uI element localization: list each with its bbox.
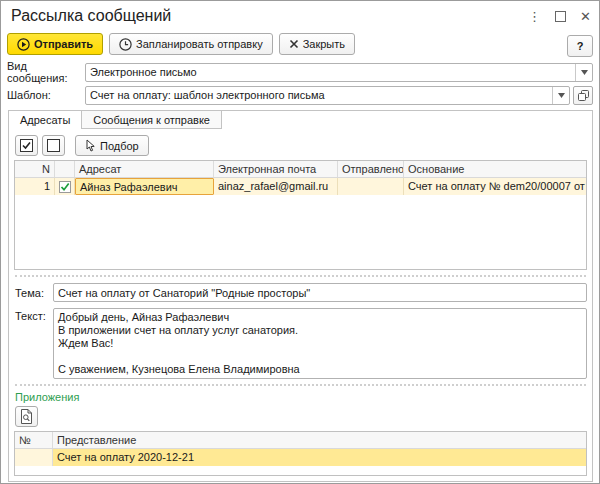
help-button[interactable]: ?	[567, 35, 593, 57]
schedule-send-button[interactable]: Запланировать отправку	[109, 33, 273, 55]
column-header-presentation[interactable]: Представление	[53, 432, 586, 448]
recipients-toolbar: Подбор	[15, 135, 587, 156]
splitter[interactable]	[15, 384, 586, 386]
open-window-icon	[578, 90, 589, 101]
subject-row: Тема:	[15, 283, 587, 302]
body-textarea[interactable]: Добрый день, Айназ Рафаэлевич В приложен…	[53, 308, 587, 379]
play-circle-icon	[17, 38, 30, 51]
close-window-icon[interactable]: ✕	[580, 10, 591, 23]
message-kind-label: Вид сообщения:	[7, 60, 85, 84]
recipient-row-number: 1	[15, 178, 55, 195]
check-all-button[interactable]	[15, 135, 38, 156]
recipient-checkbox[interactable]	[55, 178, 75, 195]
recipient-row[interactable]: 1 Айназ Рафаэлевич ainaz_rafael@gmail.ru…	[15, 178, 586, 195]
command-bar: Отправить Запланировать отправку Закрыть…	[1, 31, 599, 59]
attachment-name-cell[interactable]: Счет на оплату 2020-12-21	[53, 449, 586, 466]
clock-icon	[119, 38, 132, 51]
splitter[interactable]	[15, 275, 586, 277]
checkbox-checked-icon	[20, 139, 33, 152]
pick-recipients-button[interactable]: Подбор	[75, 135, 149, 156]
template-row: Шаблон:	[1, 85, 599, 105]
body-label: Текст:	[15, 308, 53, 322]
send-button[interactable]: Отправить	[7, 33, 103, 55]
window-title: Рассылка сообщений	[11, 7, 528, 25]
message-kind-combobox[interactable]	[85, 63, 593, 82]
green-check-icon	[59, 181, 71, 193]
maximize-icon[interactable]	[555, 11, 566, 22]
tab-recipients[interactable]: Адресаты	[9, 110, 82, 129]
attachments-table-header: № Представление	[15, 432, 586, 449]
column-header-number[interactable]: №	[15, 432, 53, 448]
open-template-button[interactable]	[573, 86, 593, 105]
title-bar: Рассылка сообщений ⋮ ✕	[1, 1, 599, 31]
recipient-basis-cell[interactable]: Счет на оплату № dem20/00007 от 17.12.20…	[404, 178, 586, 195]
attachments-section-title: Приложения	[15, 391, 587, 403]
template-label: Шаблон:	[7, 89, 85, 101]
recipient-name-cell[interactable]: Айназ Рафаэлевич	[75, 178, 214, 195]
template-combobox[interactable]	[85, 86, 570, 105]
tab-panel: Адресаты Сообщения к отправке Подбор	[8, 110, 593, 482]
x-icon	[289, 39, 299, 49]
body-row: Текст: Добрый день, Айназ Рафаэлевич В п…	[15, 308, 587, 379]
more-menu-icon[interactable]: ⋮	[528, 10, 541, 23]
subject-label: Тема:	[15, 287, 53, 299]
recipients-table[interactable]: N Адресат Электронная почта Отправлено О…	[14, 160, 587, 270]
help-button-label: ?	[577, 40, 584, 52]
recipients-page: Подбор N Адресат Электронная почта Отпра…	[9, 129, 592, 481]
tab-messages-to-send[interactable]: Сообщения к отправке	[82, 110, 222, 129]
recipient-email-cell[interactable]: ainaz_rafael@gmail.ru	[214, 178, 338, 195]
chevron-down-icon[interactable]	[575, 64, 592, 81]
column-header-basis[interactable]: Основание	[404, 161, 586, 177]
attachments-table[interactable]: № Представление Счет на оплату 2020-12-2…	[14, 431, 587, 476]
view-attachment-button[interactable]	[15, 406, 38, 427]
column-header-sent[interactable]: Отправлено	[338, 161, 404, 177]
attachment-row[interactable]: Счет на оплату 2020-12-21	[15, 449, 586, 466]
column-header-check[interactable]	[55, 161, 75, 177]
document-preview-icon	[20, 409, 33, 424]
recipient-sent-cell[interactable]	[338, 178, 404, 195]
attachment-row-number	[15, 449, 53, 466]
attachments-toolbar	[15, 406, 587, 427]
message-kind-row: Вид сообщения:	[1, 62, 599, 82]
checkbox-unchecked-icon	[47, 139, 60, 152]
column-header-n[interactable]: N	[15, 161, 55, 177]
template-input[interactable]	[86, 87, 552, 104]
chevron-down-icon[interactable]	[552, 87, 569, 104]
message-distribution-window: Рассылка сообщений ⋮ ✕ Отправить Заплани…	[0, 0, 600, 484]
column-header-recipient[interactable]: Адресат	[75, 161, 214, 177]
close-button-label: Закрыть	[303, 38, 345, 50]
message-kind-input[interactable]	[86, 64, 575, 81]
column-header-email[interactable]: Электронная почта	[214, 161, 338, 177]
uncheck-all-button[interactable]	[42, 135, 65, 156]
tab-strip: Адресаты Сообщения к отправке	[9, 110, 592, 129]
pick-button-label: Подбор	[100, 140, 139, 152]
cursor-arrow-icon	[85, 139, 96, 152]
close-form-button[interactable]: Закрыть	[279, 33, 355, 55]
subject-input[interactable]	[53, 283, 587, 302]
send-button-label: Отправить	[34, 38, 93, 50]
tab-strip-filler	[222, 110, 592, 129]
schedule-button-label: Запланировать отправку	[136, 38, 263, 50]
recipients-table-header: N Адресат Электронная почта Отправлено О…	[15, 161, 586, 178]
